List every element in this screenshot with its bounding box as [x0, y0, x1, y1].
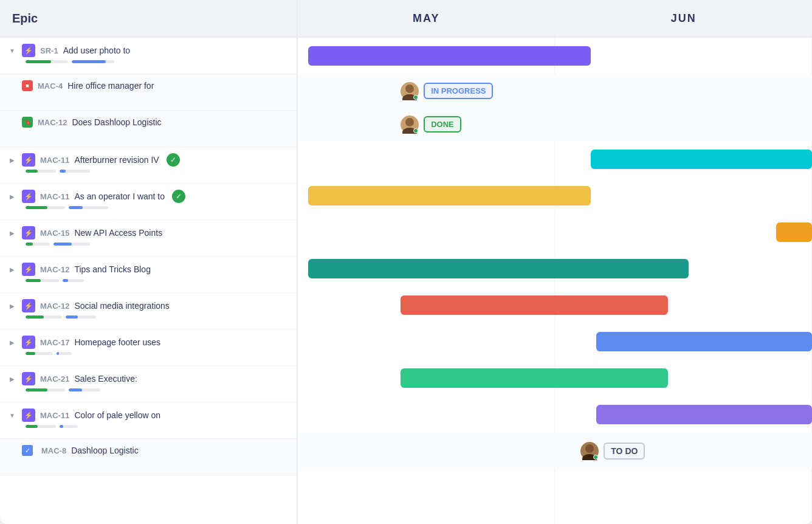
chevron-mac21[interactable]: ▶ — [7, 374, 17, 384]
month-may: MAY — [298, 0, 556, 36]
fill-blue-mac15 — [53, 243, 72, 246]
chevron-mac11c[interactable]: ▼ — [7, 410, 17, 420]
fill-blue-mac17 — [57, 352, 59, 355]
fill-green-mac21 — [26, 388, 47, 391]
lightning-icon-mac12b: ⚡ — [22, 263, 35, 276]
title-mac12b: Tips and Tricks Blog — [74, 264, 151, 274]
avatar-mac8 — [580, 442, 599, 460]
avatar-mac12a — [401, 115, 419, 134]
progress-green-mac12c — [26, 315, 62, 319]
ticket-mac17: MAC-17 — [40, 338, 69, 347]
ticket-mac12a: MAC-12 — [38, 118, 67, 127]
gantt-bar-mac17[interactable] — [596, 332, 812, 351]
fill-green-mac11a — [26, 170, 38, 173]
gantt-bar-mac11a[interactable] — [591, 150, 812, 169]
stop-icon-mac4: ■ — [22, 80, 33, 91]
title-mac12a: Does Dashloop Logistic — [72, 117, 161, 127]
ticket-sr1: SR-1 — [40, 46, 58, 55]
bar-row-mac4: IN PROGRESS — [298, 74, 812, 108]
gantt-bar-mac15[interactable] — [776, 222, 812, 242]
lightning-icon-mac21: ⚡ — [22, 372, 35, 385]
bar-row-mac12a: DONE — [298, 108, 812, 141]
progress-blue-mac15 — [53, 243, 90, 246]
fill-blue-mac21 — [69, 388, 82, 391]
epic-row-mac12b: ▶ ⚡ MAC-12 Tips and Tricks Blog — [0, 257, 297, 293]
progress-green-mac11c — [26, 425, 56, 428]
chevron-sr1[interactable]: ▼ — [7, 46, 17, 55]
fill-blue-mac12b — [63, 279, 68, 282]
epic-row-sr1: ▼ ⚡ SR-1 Add user photo to — [0, 38, 297, 74]
ticket-mac15: MAC-15 — [40, 229, 69, 238]
status-row-mac8: TO DO — [580, 442, 645, 460]
title-mac11a: Afterburner revision IV — [74, 155, 159, 165]
progress-blue-mac11c — [60, 425, 78, 428]
progress-green-mac11a — [26, 170, 56, 173]
right-panel: MAY JUN — [298, 0, 812, 524]
bar-row-mac11c — [298, 396, 812, 433]
progress-blue-sr1 — [72, 60, 114, 63]
svg-point-1 — [405, 84, 414, 93]
bar-row-mac12c — [298, 287, 812, 323]
gantt-bar-sr1[interactable] — [308, 46, 591, 66]
bar-row-mac11b — [298, 178, 812, 214]
ticket-mac12b: MAC-12 — [40, 265, 69, 274]
chevron-mac11a[interactable]: ▶ — [7, 155, 17, 165]
fill-blue-mac11a — [60, 170, 66, 173]
progress-green-mac12b — [26, 279, 59, 282]
title-mac12c: Social media integrations — [74, 301, 169, 311]
chevron-mac12c[interactable]: ▶ — [7, 301, 17, 311]
epic-row-mac12a: 🔖 MAC-12 Does Dashloop Logistic — [0, 111, 297, 147]
title-mac11b: As an operator I want to — [74, 191, 165, 201]
chevron-mac11b[interactable]: ▶ — [7, 191, 17, 201]
epic-row-mac15: ▶ ⚡ MAC-15 New API Access Points — [0, 220, 297, 257]
checkbox-icon-mac8: ✓ — [22, 445, 33, 456]
bar-row-mac12b — [298, 250, 812, 287]
status-badge-mac8: TO DO — [604, 443, 645, 460]
fill-blue-mac11b — [69, 206, 83, 209]
right-header: MAY JUN — [298, 0, 812, 38]
check-mac11a: ✓ — [167, 153, 180, 167]
epic-row-mac11b: ▶ ⚡ MAC-11 As an operator I want to ✓ — [0, 184, 297, 220]
progress-blue-mac11b — [69, 206, 108, 209]
bar-row-mac8: TO DO — [298, 433, 812, 469]
ticket-mac11c: MAC-11 — [40, 411, 69, 420]
fill-blue-sr1 — [72, 60, 106, 63]
title-sr1: Add user photo to — [63, 46, 131, 55]
progress-blue-mac12c — [66, 315, 96, 319]
gantt-bar-mac21[interactable] — [401, 368, 668, 388]
status-row-mac12a: DONE — [401, 115, 461, 134]
chevron-mac12b[interactable]: ▶ — [7, 264, 17, 274]
status-row-mac4: IN PROGRESS — [401, 82, 493, 100]
progress-green-mac11b — [26, 206, 65, 209]
gantt-bar-mac12b[interactable] — [308, 259, 689, 278]
epic-row-mac21: ▶ ⚡ MAC-21 Sales Executive: — [0, 366, 297, 402]
check-mac11b: ✓ — [172, 190, 185, 203]
epic-row-mac12c: ▶ ⚡ MAC-12 Social media integrations — [0, 293, 297, 329]
status-badge-mac12a: DONE — [424, 116, 461, 133]
ticket-mac11a: MAC-11 — [40, 156, 69, 165]
bar-row-mac21 — [298, 360, 812, 396]
avatar-mac4 — [401, 82, 419, 100]
left-header: Epic — [0, 0, 297, 38]
progress-blue-mac17 — [57, 352, 72, 355]
progress-blue-mac11a — [60, 170, 90, 173]
gantt-bar-mac11c[interactable] — [596, 405, 812, 424]
lightning-icon-mac11a: ⚡ — [22, 153, 35, 167]
chevron-mac17[interactable]: ▶ — [7, 337, 17, 347]
epic-row-mac11a: ▶ ⚡ MAC-11 Afterburner revision IV ✓ — [0, 147, 297, 184]
right-body: IN PROGRESS DONE — [298, 38, 812, 524]
bookmark-icon-mac12a: 🔖 — [22, 117, 33, 128]
ticket-mac21: MAC-21 — [40, 374, 69, 384]
status-badge-mac4: IN PROGRESS — [424, 83, 493, 99]
title-mac8: Dashloop Logistic — [71, 446, 139, 455]
ticket-mac8: MAC-8 — [41, 446, 66, 455]
gantt-bar-mac11b[interactable] — [308, 186, 591, 205]
month-jun: JUN — [556, 0, 813, 36]
title-mac4: Hire office manager for — [67, 81, 154, 91]
epic-row-mac8: ✓ MAC-8 Dashloop Logistic — [0, 439, 297, 475]
chevron-mac15[interactable]: ▶ — [7, 228, 17, 238]
gantt-bar-mac12c[interactable] — [401, 295, 668, 315]
fill-green-mac11b — [26, 206, 47, 209]
progress-green-mac21 — [26, 388, 65, 391]
progress-green-mac17 — [26, 352, 53, 355]
